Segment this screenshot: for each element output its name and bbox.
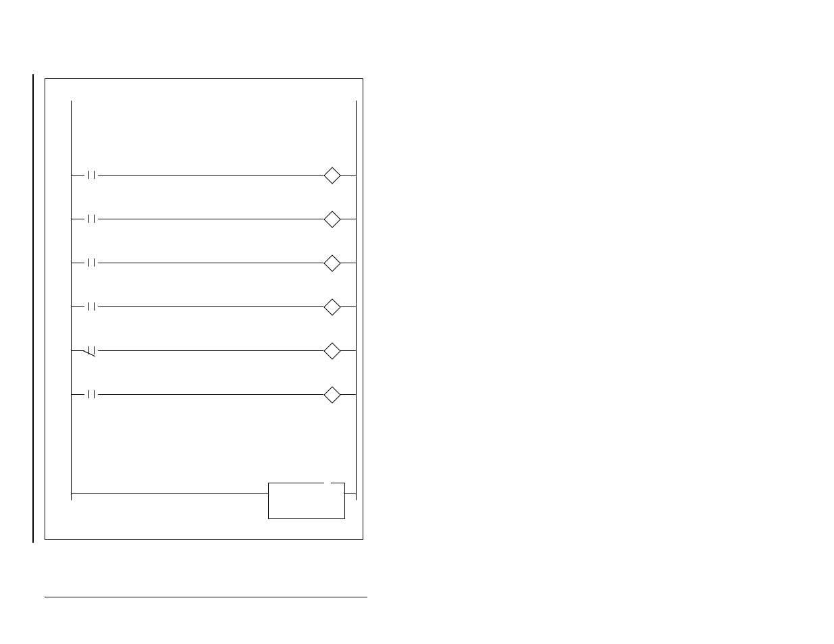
wire <box>340 175 356 176</box>
wire <box>98 263 323 263</box>
contact-no-icon <box>84 171 89 179</box>
rung-4 <box>71 298 356 315</box>
rung-5 <box>71 342 356 358</box>
wire <box>340 306 356 307</box>
block-notch-icon <box>324 483 331 484</box>
power-rail-right <box>356 101 357 500</box>
page-divider <box>45 597 367 597</box>
coil-icon <box>323 298 340 315</box>
wire <box>98 306 323 307</box>
coil-icon <box>323 211 340 227</box>
rung-6 <box>71 386 356 402</box>
left-margin-bar <box>32 74 34 543</box>
ladder-diagram-frame <box>45 78 363 540</box>
coil-icon <box>323 386 340 403</box>
wire <box>98 394 323 395</box>
contact-nc-icon <box>84 346 89 354</box>
contact-no-icon <box>84 215 89 223</box>
footer-out-wire <box>344 493 356 494</box>
wire <box>98 350 323 351</box>
rung-1 <box>71 167 356 183</box>
coil-icon <box>323 167 340 184</box>
contact-no-icon <box>84 259 89 267</box>
contact-no-icon <box>84 390 89 398</box>
wire <box>340 263 356 263</box>
wire <box>340 394 356 395</box>
wire <box>340 219 356 219</box>
rung-3 <box>71 254 356 271</box>
page <box>0 0 834 644</box>
wire <box>340 350 356 351</box>
rung-2 <box>71 211 356 227</box>
ladder-diagram <box>45 79 363 539</box>
coil-icon <box>323 342 340 359</box>
wire <box>98 219 323 219</box>
wire <box>98 175 323 176</box>
footer-feed-wire <box>71 493 280 494</box>
contact-no-icon <box>84 302 89 311</box>
function-block <box>268 483 345 519</box>
coil-icon <box>323 254 340 271</box>
